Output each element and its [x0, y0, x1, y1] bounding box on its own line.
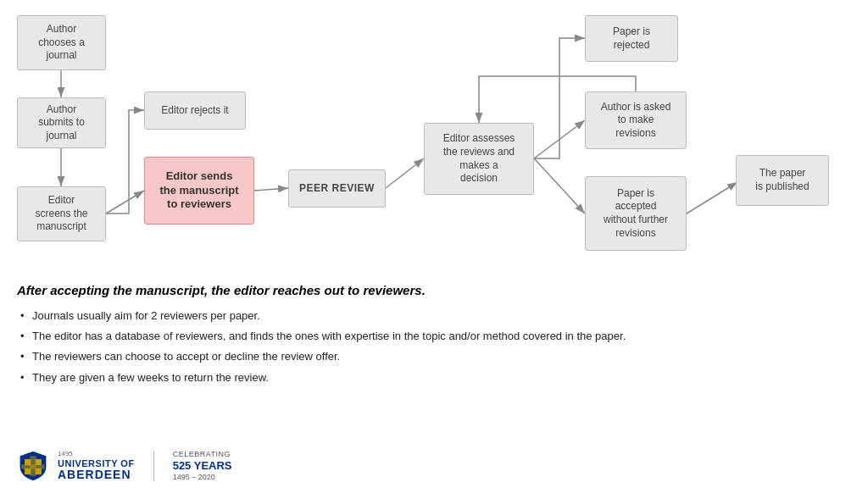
box-editor-assesses: Editor assessesthe reviews andmakes adec…	[424, 123, 534, 195]
box-editor-sends: Editor sendsthe manuscriptto reviewers	[144, 157, 254, 225]
svg-line-3	[106, 191, 144, 214]
svg-line-4	[254, 188, 288, 191]
logo-divider	[153, 451, 154, 481]
box-paper-rejected: Paper isrejected	[585, 15, 678, 62]
box-author-submits: Authorsubmits tojournal	[17, 97, 106, 148]
logo-university-of: UNIVERSITY OF	[58, 458, 135, 469]
bullet-1: Journals usually aim for 2 reviewers per…	[17, 306, 851, 326]
box-paper-accepted: Paper isacceptedwithout furtherrevisions	[585, 176, 687, 251]
celebrating-block: CELEBRATING 525 YEARS 1495 – 2020	[173, 450, 232, 481]
box-author-revisions: Author is askedto makerevisions	[585, 92, 687, 149]
logo-text-block: 1495 UNIVERSITY OF ABERDEEN	[58, 451, 135, 481]
svg-line-7	[534, 158, 585, 214]
logo-aberdeen: ABERDEEN	[58, 469, 135, 481]
years-range: 1495 – 2020	[173, 473, 232, 482]
box-paper-published: The paperis published	[736, 155, 829, 206]
main-heading: After accepting the manuscript, the edit…	[17, 283, 851, 297]
bullet-list: Journals usually aim for 2 reviewers per…	[17, 306, 851, 388]
box-editor-rejects: Editor rejects it	[144, 92, 246, 130]
box-author-chooses: Authorchooses ajournal	[17, 15, 106, 70]
svg-line-8	[687, 182, 737, 214]
bullet-4: They are given a few weeks to return the…	[17, 368, 851, 388]
svg-rect-10	[36, 459, 42, 465]
celebrating-label: CELEBRATING	[173, 450, 232, 459]
box-editor-screens: Editorscreens themanuscript	[17, 186, 106, 241]
university-shield-icon	[17, 450, 49, 482]
bullet-3: The reviewers can choose to accept or de…	[17, 347, 851, 367]
svg-line-5	[386, 158, 424, 188]
svg-rect-14	[21, 464, 44, 469]
svg-line-6	[534, 120, 585, 158]
logo-year: 1495	[58, 451, 135, 458]
bottom-bar: 1495 UNIVERSITY OF ABERDEEN CELEBRATING …	[0, 444, 868, 488]
flowchart-area: Authorchooses ajournal Authorsubmits toj…	[0, 0, 868, 271]
logo-area: 1495 UNIVERSITY OF ABERDEEN CELEBRATING …	[17, 450, 232, 482]
svg-rect-11	[25, 469, 31, 474]
svg-rect-9	[25, 459, 31, 465]
svg-rect-12	[36, 469, 42, 474]
years-text: 525 YEARS	[173, 459, 232, 473]
box-peer-review: PEER REVIEW	[288, 169, 386, 208]
bullet-2: The editor has a database of reviewers, …	[17, 326, 851, 347]
